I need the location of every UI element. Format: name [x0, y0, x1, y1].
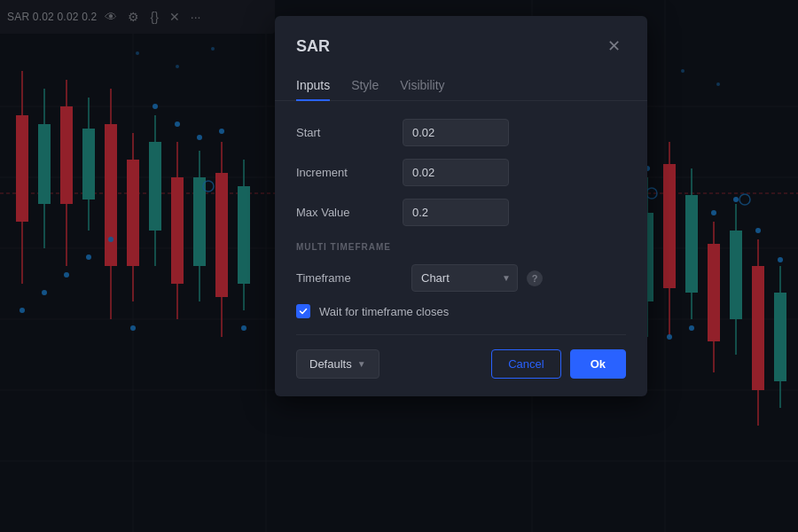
tab-inputs[interactable]: Inputs — [296, 71, 330, 101]
increment-label: Increment — [296, 166, 403, 179]
dialog-footer: Defaults ▼ Cancel Ok — [275, 335, 647, 379]
defaults-button[interactable]: Defaults ▼ — [296, 349, 379, 379]
sar-settings-dialog: SAR ✕ Inputs Style Visibility Start Incr… — [275, 16, 647, 396]
footer-right: Cancel Ok — [491, 349, 626, 379]
dialog-header: SAR ✕ — [275, 16, 647, 59]
start-input[interactable] — [403, 119, 509, 146]
wait-checkbox-row: Wait for timeframe closes — [296, 304, 626, 318]
defaults-arrow-icon: ▼ — [357, 359, 366, 369]
dialog-title: SAR — [296, 37, 330, 56]
timeframe-label: Timeframe — [296, 271, 403, 285]
close-x-icon: ✕ — [607, 36, 621, 56]
help-icon[interactable]: ? — [527, 270, 543, 286]
increment-input[interactable] — [403, 159, 509, 186]
inputs-form: Start Increment Max Value MULTI TIMEFRAM… — [275, 101, 647, 318]
tab-visibility[interactable]: Visibility — [400, 71, 444, 101]
wait-label: Wait for timeframe closes — [319, 305, 449, 318]
max-value-label: Max Value — [296, 206, 403, 219]
dialog-close-button[interactable]: ✕ — [601, 34, 626, 59]
max-value-input[interactable] — [403, 199, 509, 226]
timeframe-select[interactable]: Chart 1m 5m 15m 1h 4h 1D — [411, 264, 518, 292]
start-row: Start — [296, 119, 626, 146]
ok-button[interactable]: Ok — [570, 349, 626, 379]
timeframe-select-wrapper: Chart 1m 5m 15m 1h 4h 1D ▼ — [411, 264, 518, 292]
timeframe-row: Timeframe Chart 1m 5m 15m 1h 4h 1D ▼ ? — [296, 264, 626, 292]
start-label: Start — [296, 126, 403, 139]
increment-row: Increment — [296, 159, 626, 186]
dialog-tabs: Inputs Style Visibility — [275, 71, 647, 101]
tab-style[interactable]: Style — [351, 71, 379, 101]
cancel-button[interactable]: Cancel — [491, 349, 560, 379]
checkmark-icon — [299, 307, 308, 316]
wait-checkbox[interactable] — [296, 304, 310, 318]
max-value-row: Max Value — [296, 199, 626, 226]
multi-timeframe-label: MULTI TIMEFRAME — [296, 242, 626, 252]
